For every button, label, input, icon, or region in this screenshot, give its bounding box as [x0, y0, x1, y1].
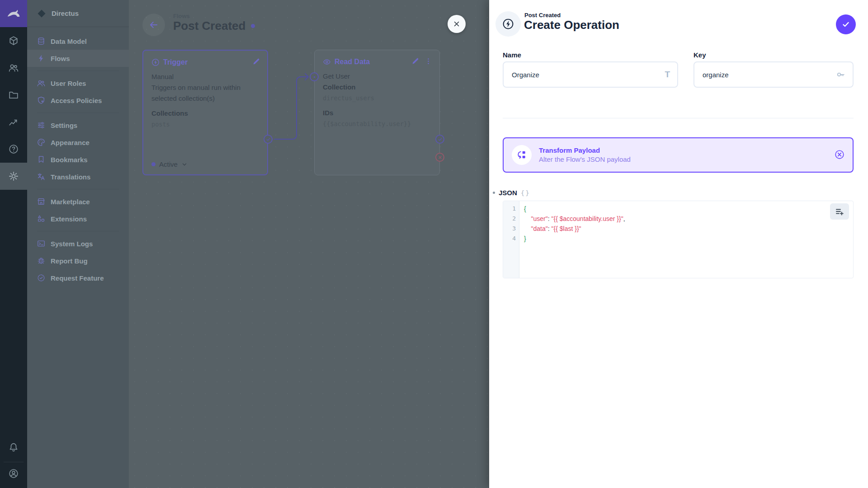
transform-payload-option[interactable]: Transform Payload Alter the Flow's JSON … — [503, 137, 854, 173]
drawer-subtitle: Post Created — [524, 12, 561, 19]
sidebar-item-system-logs[interactable]: System Logs — [27, 235, 129, 252]
palette-icon — [37, 138, 45, 146]
module-files[interactable] — [0, 81, 27, 108]
module-insights[interactable] — [0, 108, 27, 136]
create-operation-drawer: Post Created Create Operation Name T Key… — [489, 0, 868, 488]
code-line: { — [524, 204, 853, 214]
pencil-icon — [252, 58, 260, 66]
edit-operation-button[interactable] — [410, 56, 420, 67]
sidebar: Directus Data Model Flows User Roles Acc… — [27, 0, 129, 488]
module-content[interactable] — [0, 27, 27, 54]
banner-subtitle: Alter the Flow's JSON payload — [539, 155, 827, 164]
nav-divider — [37, 70, 119, 71]
name-field[interactable]: T — [503, 61, 678, 88]
banner-title: Transform Payload — [539, 146, 827, 155]
list-plus-icon — [835, 207, 844, 216]
operation-reject-node[interactable] — [435, 153, 444, 162]
bolt-circle-icon — [502, 18, 514, 30]
bell-icon — [9, 442, 19, 452]
operation-input-node[interactable] — [310, 72, 319, 81]
project-switcher[interactable]: Directus — [27, 0, 129, 27]
collection-value: directus_users — [323, 93, 431, 103]
module-settings[interactable] — [0, 163, 27, 190]
users-icon — [37, 79, 45, 87]
translate-icon — [37, 173, 45, 181]
directus-logo[interactable] — [0, 0, 27, 27]
status-dot — [151, 162, 156, 166]
edit-trigger-button[interactable] — [251, 57, 261, 68]
bolt-icon — [37, 54, 45, 62]
operation-panel-read-data[interactable]: Read Data Get User Collection directus_u… — [314, 50, 440, 175]
json-label: JSON — [499, 189, 517, 197]
operation-resolve-node[interactable] — [435, 135, 444, 144]
drawer-divider — [503, 118, 854, 118]
name-input[interactable] — [511, 70, 660, 79]
notifications-button[interactable] — [0, 434, 27, 461]
sidebar-item-bookmarks[interactable]: Bookmarks — [27, 151, 129, 168]
page-title: Post Created — [173, 19, 255, 33]
deselect-operation-button[interactable] — [835, 150, 844, 161]
sidebar-item-user-roles[interactable]: User Roles — [27, 75, 129, 92]
sidebar-item-marketplace[interactable]: Marketplace — [27, 193, 129, 210]
sidebar-item-translations[interactable]: Translations — [27, 168, 129, 185]
sidebar-item-request-feature[interactable]: Request Feature — [27, 269, 129, 286]
user-avatar-icon — [9, 469, 19, 479]
folder-icon — [9, 90, 19, 100]
bug-icon — [37, 257, 45, 265]
key-input[interactable] — [702, 70, 832, 79]
json-field-label-row: JSON {} — [493, 189, 530, 197]
x-circle-icon — [835, 150, 844, 160]
save-button[interactable] — [836, 14, 856, 34]
module-user-directory[interactable] — [0, 54, 27, 81]
name-label: Name — [503, 51, 521, 59]
module-bar — [0, 0, 27, 488]
rabbit-logo-icon — [5, 5, 22, 22]
trigger-resolve-node[interactable] — [264, 135, 273, 144]
drawer-header-icon-button[interactable] — [495, 11, 521, 37]
nav-divider — [37, 231, 119, 231]
sidebar-item-data-model[interactable]: Data Model — [27, 33, 129, 50]
flow-status-toggle[interactable]: Active — [151, 160, 188, 168]
module-docs[interactable] — [0, 136, 27, 163]
operation-menu-button[interactable] — [424, 56, 433, 67]
dots-vertical-icon — [425, 57, 432, 65]
arrow-left-icon — [149, 20, 159, 30]
sidebar-item-appearance[interactable]: Appearance — [27, 134, 129, 151]
trigger-title: Trigger — [163, 58, 248, 66]
unsaved-dot — [251, 24, 255, 28]
sidebar-item-flows[interactable]: Flows — [27, 50, 129, 67]
eye-icon — [323, 58, 331, 66]
trigger-panel[interactable]: Trigger Manual Triggers on manual run wi… — [142, 50, 268, 175]
user-menu-button[interactable] — [0, 460, 27, 487]
code-line: "data": "{{ $last }}" — [524, 224, 853, 234]
gear-icon — [9, 171, 19, 181]
category-icon — [37, 215, 45, 223]
json-code-editor[interactable]: 1234 { "user": "{{ $accountability.user … — [503, 201, 854, 278]
project-diamond-icon — [37, 9, 46, 18]
breadcrumb[interactable]: Flows — [173, 13, 190, 19]
back-button[interactable] — [142, 14, 165, 36]
bolt-circle-icon — [151, 58, 160, 66]
edited-dot — [493, 192, 495, 194]
database-icon — [37, 37, 45, 45]
nav-divider — [37, 113, 119, 113]
bookmark-icon — [37, 155, 45, 164]
check-icon — [266, 137, 271, 142]
sidebar-item-access-policies[interactable]: Access Policies — [27, 92, 129, 109]
sidebar-item-report-bug[interactable]: Report Bug — [27, 252, 129, 269]
sidebar-item-settings[interactable]: Settings — [27, 117, 129, 134]
add-template-value-button[interactable] — [830, 203, 849, 220]
sidebar-item-extensions[interactable]: Extensions — [27, 210, 129, 227]
storefront-icon — [37, 197, 45, 206]
circle-dot-icon — [312, 75, 317, 80]
trigger-collections-label: Collections — [151, 108, 259, 119]
users-icon — [9, 63, 19, 73]
code-area[interactable]: { "user": "{{ $accountability.user }}", … — [519, 201, 853, 278]
transform-payload-icon — [512, 145, 532, 165]
line-number-gutter: 1234 — [503, 201, 519, 278]
drawer-title: Create Operation — [524, 18, 619, 32]
trigger-collections-value: posts — [151, 119, 259, 130]
key-field[interactable] — [693, 61, 854, 88]
close-drawer-button[interactable] — [448, 15, 466, 33]
code-line: } — [524, 234, 853, 244]
